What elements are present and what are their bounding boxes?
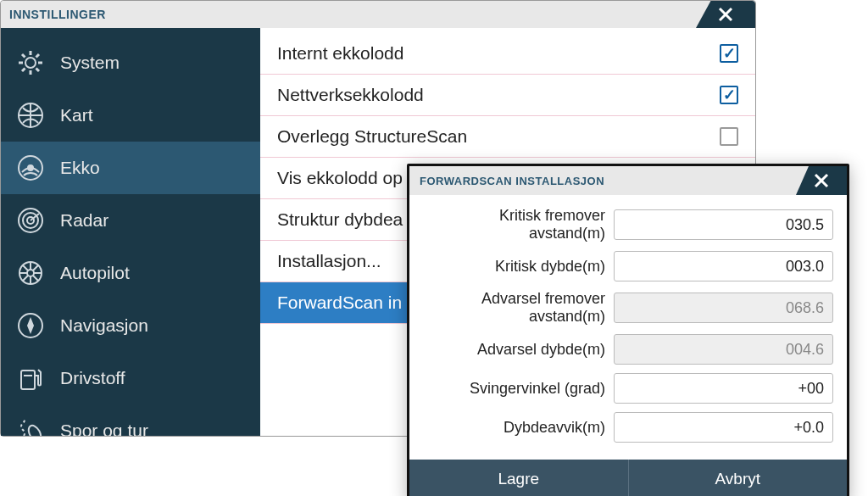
close-icon (716, 5, 735, 24)
settings-title: INNSTILLINGER (9, 8, 106, 21)
field-row-4: Svingervinkel (grad) (423, 373, 833, 404)
field-input-4[interactable] (614, 373, 833, 404)
checkbox[interactable] (720, 127, 738, 146)
wheel-icon (16, 259, 45, 287)
settings-header: INNSTILLINGER (1, 1, 755, 28)
field-label: Advarsel fremover avstand(m) (423, 290, 614, 326)
sidebar-item-label: System (60, 53, 120, 73)
sidebar-item-autopilot[interactable]: Autopilot (1, 247, 260, 299)
content-item-label: Nettverksekkolodd (277, 85, 424, 105)
sidebar-item-label: Radar (60, 210, 108, 231)
content-item-label: Struktur dybdea (277, 209, 403, 230)
field-label: Advarsel dybde(m) (423, 341, 614, 359)
sidebar-item-system[interactable]: System (1, 36, 260, 89)
cancel-button[interactable]: Avbryt (628, 460, 848, 496)
compass-icon (16, 311, 45, 340)
sidebar: SystemKartEkkoRadarAutopilotNavigasjonDr… (1, 28, 260, 436)
field-input-0[interactable] (614, 209, 833, 240)
field-input-2 (614, 293, 833, 323)
sidebar-item-label: Navigasjon (60, 315, 148, 336)
field-label: Svingervinkel (grad) (423, 380, 614, 398)
field-row-0: Kritisk fremover avstand(m) (423, 207, 833, 242)
track-icon (16, 416, 45, 436)
modal-header: FORWARDSCAN INSTALLASJON (409, 166, 847, 195)
sidebar-item-kart[interactable]: Kart (1, 89, 260, 142)
fuel-icon (16, 364, 45, 393)
content-item-label: Overlegg StructureScan (277, 126, 467, 147)
field-input-5[interactable] (614, 412, 833, 443)
checkbox[interactable] (720, 86, 738, 104)
field-row-1: Kritisk dybde(m) (423, 251, 833, 281)
checkbox[interactable] (720, 44, 738, 63)
globe-icon (16, 101, 45, 130)
field-label: Kritisk dybde(m) (423, 258, 614, 276)
save-button[interactable]: Lagre (409, 460, 628, 496)
modal-body: Kritisk fremover avstand(m)Kritisk dybde… (409, 195, 847, 460)
sidebar-item-navigasjon[interactable]: Navigasjon (1, 299, 260, 352)
sidebar-item-label: Spor og tur (60, 421, 148, 436)
content-item-label: Vis ekkolodd op (277, 168, 403, 188)
field-row-3: Advarsel dybde(m) (423, 334, 833, 365)
content-item-label: Internt ekkolodd (277, 43, 403, 64)
sidebar-item-spor-og-tur[interactable]: Spor og tur (1, 404, 260, 436)
radar-icon (16, 206, 45, 235)
field-input-1[interactable] (614, 251, 833, 281)
modal-title: FORWARDSCAN INSTALLASJON (420, 175, 604, 187)
field-row-5: Dybdeavvik(m) (423, 412, 833, 443)
field-label: Dybdeavvik(m) (423, 419, 614, 437)
forwardscan-modal: FORWARDSCAN INSTALLASJON Kritisk fremove… (407, 164, 849, 496)
sidebar-item-ekko[interactable]: Ekko (1, 142, 260, 194)
sidebar-item-label: Ekko (60, 158, 100, 178)
content-item-0[interactable]: Internt ekkolodd (260, 33, 755, 75)
sidebar-item-label: Drivstoff (60, 368, 125, 388)
sonar-icon (16, 153, 45, 182)
content-item-1[interactable]: Nettverksekkolodd (260, 75, 755, 116)
sidebar-item-label: Autopilot (60, 263, 130, 283)
field-row-2: Advarsel fremover avstand(m) (423, 290, 833, 326)
field-input-3 (614, 334, 833, 365)
content-item-label: ForwardScan in (277, 293, 402, 313)
content-item-2[interactable]: Overlegg StructureScan (260, 116, 755, 158)
gear-icon (16, 48, 45, 77)
field-label: Kritisk fremover avstand(m) (423, 207, 614, 242)
close-icon (813, 172, 830, 189)
content-item-label: Installasjon... (277, 251, 381, 271)
sidebar-item-drivstoff[interactable]: Drivstoff (1, 352, 260, 404)
modal-close-button[interactable] (796, 166, 847, 195)
close-button[interactable] (696, 1, 755, 28)
sidebar-item-radar[interactable]: Radar (1, 194, 260, 247)
modal-footer: Lagre Avbryt (409, 460, 847, 496)
sidebar-item-label: Kart (60, 105, 93, 125)
